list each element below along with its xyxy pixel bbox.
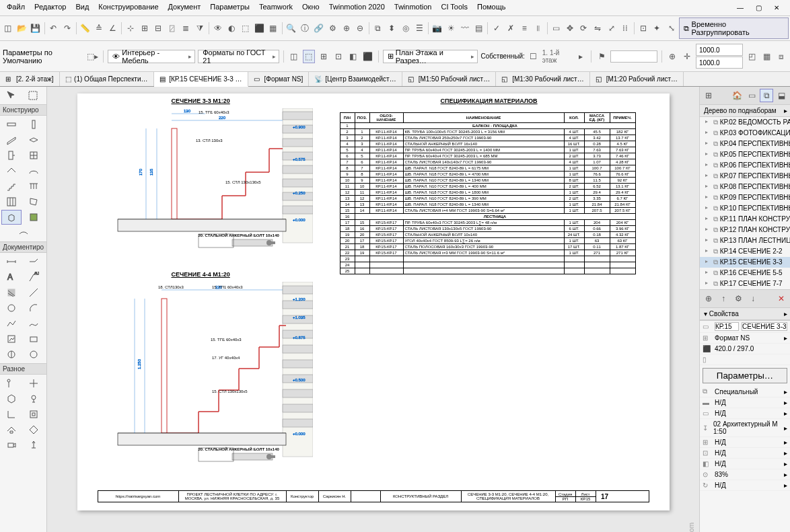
tab-7[interactable]: ◱[М1:20 Рабочий лист… [590, 72, 684, 86]
3d-tool[interactable] [1, 391, 22, 406]
nav-settings-icon[interactable]: ⚙ [731, 292, 745, 305]
guide-icon[interactable]: ⊟ [152, 22, 166, 35]
railing-tool[interactable] [24, 179, 44, 194]
scale-icon[interactable]: ⤢ [605, 22, 618, 35]
property-row[interactable]: ⊞Н/Д▸ [700, 437, 790, 448]
tree-item[interactable]: ⧉ КР.17 СЕЧЕНИЕ 7-7 [700, 278, 790, 289]
properties-title[interactable]: ▾ Свойства [700, 308, 790, 320]
section-icon[interactable]: ⧉ [371, 22, 385, 35]
text-tool[interactable]: A [1, 270, 22, 284]
menu-file[interactable]: Файл [3, 1, 29, 14]
opening-tool[interactable] [24, 407, 44, 422]
layout-d-icon[interactable]: ⊡ [332, 50, 345, 63]
menu-twinmotion2020[interactable]: Twinmotion 2020 [325, 1, 389, 14]
angle-icon[interactable]: ∠ [106, 22, 120, 35]
coord-y-input[interactable] [696, 56, 743, 69]
camera-icon[interactable]: 📷 [431, 22, 444, 35]
menu-view[interactable]: Вид [71, 1, 93, 14]
survey-tool[interactable] [24, 438, 44, 453]
snap-icon[interactable]: ⊹ [124, 22, 137, 35]
tree-item[interactable]: ⧉ КР.12 ПЛАН КОНСТРУ [700, 225, 790, 235]
property-row[interactable]: ▭Н/Д▸ [700, 408, 790, 419]
spline-tool[interactable] [24, 316, 44, 331]
shell-tool[interactable] [24, 163, 44, 178]
anchor-c-icon[interactable]: ⧈ [775, 50, 787, 63]
nav-mode-a-icon[interactable]: ⊞ [702, 89, 715, 102]
corner-tool[interactable] [1, 407, 22, 422]
layers-icon[interactable]: ≣ [180, 22, 193, 35]
anchor-a-icon[interactable]: ◰ [746, 50, 758, 63]
property-row[interactable]: ↧02 Архитектурный М 1:50▸ [700, 419, 790, 437]
tab-4[interactable]: 📡[Центр Взаимодейст… [309, 72, 402, 86]
morph-tool[interactable] [24, 194, 44, 209]
column-tool[interactable] [24, 117, 44, 132]
tree-item[interactable]: ⧉ КР.15 СЕЧЕНИЕ 3-3 [700, 257, 790, 268]
undo-icon[interactable]: ↶ [47, 22, 61, 35]
origin-icon[interactable]: ⊕ [666, 50, 678, 63]
arc-tool[interactable] [24, 301, 44, 315]
own-check-icon[interactable]: ☐ [528, 50, 540, 63]
menu-citools[interactable]: CI Tools [437, 1, 472, 14]
filter-icon[interactable]: ⧩ [193, 22, 207, 35]
worksheet-icon[interactable]: ☰ [413, 22, 427, 35]
detail-icon[interactable]: ◎ [399, 22, 412, 35]
link-icon[interactable]: 🔗 [312, 22, 326, 35]
ruler-icon[interactable]: 📏 [79, 22, 92, 35]
nav-new-icon[interactable]: ⊕ [702, 292, 715, 305]
wall-tool[interactable] [1, 117, 22, 132]
open-icon[interactable]: 📂 [15, 22, 29, 35]
wave-icon[interactable]: 〰 [458, 22, 472, 35]
tree-item[interactable]: ⧉ КР.07 ПЕРСПЕКТИВНЫ [700, 171, 790, 182]
tree-item[interactable]: ⧉ КР.06 ПЕРСПЕКТИВНЫ [700, 160, 790, 171]
grid-element-tool[interactable] [1, 376, 22, 391]
box-icon[interactable]: ▦ [266, 22, 280, 35]
tree-item[interactable]: ⧉ КР.16 СЕЧЕНИЕ 5-5 [700, 268, 790, 278]
menu-window[interactable]: Окно [298, 1, 324, 14]
change-tool[interactable] [24, 347, 44, 362]
cube2-icon[interactable]: ⬛ [252, 22, 266, 35]
section-marker-tool[interactable] [1, 347, 22, 362]
mesh-tool[interactable] [1, 225, 45, 240]
menu-teamwork[interactable]: Teamwork [255, 1, 297, 14]
dimension-tool[interactable] [1, 254, 22, 269]
nav-down-icon[interactable]: ↓ [746, 292, 760, 305]
group-misc[interactable]: Разное [0, 363, 46, 375]
polyline-tool[interactable] [1, 316, 22, 331]
hide-icon[interactable]: 👁 [211, 22, 225, 35]
story-icon[interactable]: ▸ [575, 50, 587, 63]
redo-icon[interactable]: ↷ [61, 22, 74, 35]
lamp-tool[interactable] [24, 391, 44, 406]
marker-icon[interactable]: ⚑ [596, 50, 608, 63]
fill-tool[interactable] [1, 285, 22, 300]
group-document[interactable]: Документиро [0, 241, 46, 253]
tab-0[interactable]: ⊞[2. 2-й этаж] [0, 72, 60, 86]
cube-icon[interactable]: ⬚ [239, 22, 252, 35]
view-mode-dropdown[interactable]: 👁 Интерьер - Мебель [108, 50, 195, 63]
arrow-tool[interactable] [1, 88, 22, 103]
menu-design[interactable]: Конструирование [94, 1, 162, 14]
property-row[interactable]: ◧Н/Д▸ [700, 459, 790, 469]
layout-e-icon[interactable]: ◧ [347, 50, 359, 63]
prop-name-input[interactable] [742, 322, 787, 331]
rect-icon[interactable]: ▭ [550, 22, 563, 35]
coord-x-input[interactable] [696, 44, 743, 56]
zone-tool[interactable] [24, 210, 44, 225]
nav-layout-icon[interactable]: ⧉ [760, 89, 773, 102]
rotate-icon[interactable]: ⟳ [577, 22, 591, 35]
slab-tool[interactable] [24, 132, 44, 147]
layout-c-icon[interactable]: ⊞ [318, 50, 330, 63]
tree-item[interactable]: ⧉ КР.13 ПЛАН ЛЕСТНИЦ [700, 235, 790, 246]
curtain-tool[interactable] [1, 194, 22, 209]
nav-book-icon[interactable]: ▭ [745, 89, 758, 102]
nav-up-icon[interactable]: ↑ [717, 292, 730, 305]
distribute-icon[interactable]: ⫴ [532, 22, 545, 35]
marquee-tool[interactable] [23, 88, 43, 103]
tree-item[interactable]: ⧉ КР.11 ПЛАН КОНСТРУ [700, 214, 790, 225]
drawing-tool[interactable] [1, 332, 22, 346]
figure-tool[interactable] [24, 332, 44, 346]
layout-f-icon[interactable]: ⬛ [362, 50, 374, 63]
x-icon[interactable]: ✗ [504, 22, 517, 35]
nav-publish-icon[interactable]: ⬓ [775, 89, 788, 102]
plan-dropdown[interactable]: ⊞ План Этажа и Разрез… [383, 50, 478, 63]
format-dropdown[interactable]: Форматы по ГОСТ 21 [198, 50, 279, 63]
